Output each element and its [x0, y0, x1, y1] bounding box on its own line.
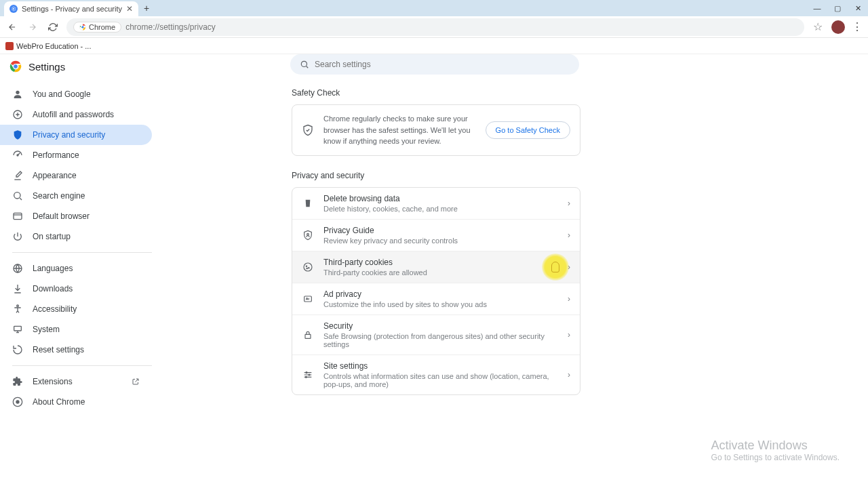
row-site-settings[interactable]: Site settingsControls what information s…	[292, 355, 580, 394]
menu-icon[interactable]: ⋮	[852, 20, 863, 33]
sidebar-item-default-browser[interactable]: Default browser	[0, 206, 152, 226]
sidebar-item-extensions[interactable]: Extensions	[0, 371, 152, 392]
sidebar-item-label: Downloads	[33, 284, 73, 293]
person-icon	[12, 89, 23, 100]
sidebar-item-reset[interactable]: Reset settings	[0, 340, 152, 360]
minimize-button[interactable]: —	[807, 0, 827, 16]
search-icon	[300, 60, 309, 69]
close-tab-icon[interactable]: ✕	[126, 4, 133, 14]
svg-rect-11	[14, 213, 22, 219]
ads-icon	[302, 293, 314, 305]
reset-icon	[12, 344, 23, 355]
row-subtitle: Delete history, cookies, cache, and more	[323, 205, 558, 213]
svg-point-10	[14, 192, 20, 199]
svg-point-18	[304, 263, 312, 271]
svg-point-9	[17, 155, 18, 156]
sidebar-item-autofill[interactable]: Autofill and passwords	[0, 104, 152, 125]
sidebar-item-on-startup[interactable]: On startup	[0, 226, 152, 247]
row-security[interactable]: SecuritySafe Browsing (protection from d…	[292, 315, 580, 355]
sidebar-item-appearance[interactable]: Appearance	[0, 165, 152, 186]
sidebar-item-accessibility[interactable]: Accessibility	[0, 299, 152, 319]
row-third-party-cookies[interactable]: Third-party cookiesThird-party cookies a…	[292, 251, 580, 283]
sidebar-item-privacy-security[interactable]: Privacy and security	[0, 125, 152, 145]
sidebar-item-label: On startup	[33, 232, 71, 241]
paint-icon	[12, 170, 23, 181]
row-privacy-guide[interactable]: Privacy GuideReview key privacy and secu…	[292, 220, 580, 251]
svg-rect-23	[305, 334, 311, 338]
row-title: Security	[323, 321, 558, 331]
sidebar-item-search-engine[interactable]: Search engine	[0, 186, 152, 206]
profile-avatar[interactable]	[831, 20, 845, 34]
close-window-button[interactable]: ✕	[848, 0, 868, 16]
search-input[interactable]	[315, 60, 570, 69]
sidebar-item-label: Default browser	[33, 211, 90, 221]
row-title: Site settings	[323, 361, 558, 371]
settings-sidebar: You and Google Autofill and passwords Pr…	[0, 54, 163, 488]
row-delete-browsing-data[interactable]: Delete browsing dataDelete history, cook…	[292, 188, 580, 220]
row-subtitle: Safe Browsing (protection from dangerous…	[323, 332, 558, 348]
browser-tab[interactable]: Settings - Privacy and security ✕	[4, 1, 138, 16]
sidebar-item-label: Reset settings	[33, 345, 84, 354]
sidebar-item-label: Languages	[33, 264, 73, 273]
safety-check-card: Chrome regularly checks to make sure you…	[292, 104, 580, 156]
row-title: Delete browsing data	[323, 194, 558, 203]
search-settings-box[interactable]	[290, 54, 579, 75]
sidebar-item-about[interactable]: About Chrome	[0, 392, 152, 412]
external-link-icon	[132, 378, 140, 386]
chevron-right-icon: ›	[568, 230, 570, 240]
row-subtitle: Customize the info used by sites to show…	[323, 300, 558, 308]
sidebar-item-downloads[interactable]: Downloads	[0, 279, 152, 299]
svg-point-7	[16, 91, 19, 94]
sidebar-item-label: Privacy and security	[33, 130, 105, 140]
svg-point-6	[301, 61, 307, 66]
lock-icon	[302, 329, 314, 341]
globe-icon	[12, 263, 23, 274]
sidebar-item-languages[interactable]: Languages	[0, 258, 152, 279]
safety-check-heading: Safety Check	[292, 88, 868, 98]
sidebar-item-performance[interactable]: Performance	[0, 145, 152, 165]
new-tab-button[interactable]: +	[144, 3, 149, 14]
gear-icon	[9, 5, 18, 13]
address-bar[interactable]: Chrome chrome://settings/privacy	[66, 18, 804, 36]
sidebar-item-system[interactable]: System	[0, 319, 152, 340]
chevron-right-icon: ›	[568, 330, 570, 340]
chevron-right-icon: ›	[568, 262, 570, 272]
chrome-icon	[12, 396, 23, 407]
sidebar-item-label: Extensions	[33, 377, 73, 386]
privacy-heading: Privacy and security	[292, 171, 868, 180]
browser-icon	[12, 211, 23, 222]
page-title: Settings	[28, 61, 65, 73]
reload-button[interactable]	[46, 20, 60, 34]
speedometer-icon	[12, 150, 23, 161]
row-title: Privacy Guide	[323, 226, 558, 235]
url-text: chrome://settings/privacy	[125, 22, 216, 32]
sidebar-item-label: You and Google	[33, 89, 91, 99]
chevron-right-icon: ›	[568, 294, 570, 304]
back-button[interactable]	[5, 20, 19, 34]
svg-point-21	[307, 268, 307, 268]
row-subtitle: Controls what information sites can use …	[323, 372, 558, 388]
search-icon	[12, 190, 23, 201]
shield-person-icon	[302, 229, 314, 241]
sidebar-item-label: Accessibility	[33, 304, 77, 314]
row-subtitle: Review key privacy and security controls	[323, 237, 558, 245]
safety-check-desc: Chrome regularly checks to make sure you…	[323, 113, 476, 147]
shield-icon	[12, 129, 23, 140]
download-icon	[12, 283, 23, 294]
trash-icon	[302, 197, 314, 209]
bookmark-item[interactable]: WebPro Education - ...	[5, 42, 91, 50]
svg-rect-14	[14, 326, 22, 331]
go-to-safety-check-button[interactable]: Go to Safety Check	[486, 121, 570, 139]
bookmark-star-icon[interactable]: ☆	[811, 20, 825, 34]
maximize-button[interactable]: ▢	[827, 0, 848, 16]
accessibility-icon	[12, 304, 23, 314]
svg-point-0	[13, 8, 14, 9]
puzzle-icon	[12, 376, 23, 387]
svg-point-26	[305, 376, 307, 378]
sidebar-item-you-and-google[interactable]: You and Google	[0, 84, 152, 104]
forward-button[interactable]	[26, 20, 39, 34]
row-ad-privacy[interactable]: Ad privacyCustomize the info used by sit…	[292, 283, 580, 315]
chevron-right-icon: ›	[568, 199, 570, 208]
system-icon	[12, 324, 23, 335]
bookmark-favicon	[5, 42, 14, 50]
